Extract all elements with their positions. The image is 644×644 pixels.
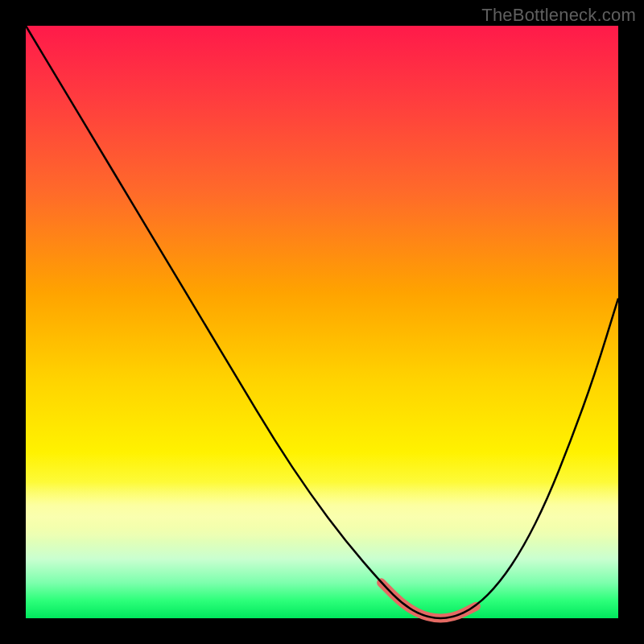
plot-area [26, 26, 618, 618]
bottleneck-curve [26, 26, 618, 618]
curve-layer [26, 26, 618, 618]
watermark-text: TheBottleneck.com [481, 5, 636, 26]
